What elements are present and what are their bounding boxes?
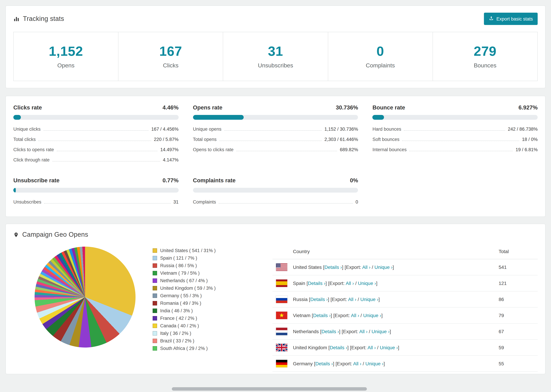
progress-bar-fill <box>13 115 21 120</box>
export-unique-link[interactable]: Unique › <box>363 313 381 318</box>
rate-title: Bounce rate <box>373 104 405 111</box>
stat-label: Opens <box>57 62 74 69</box>
legend-item-france: France ( 42 / 2% ) <box>153 316 272 321</box>
legend-label: Romania ( 49 / 3% ) <box>160 301 201 306</box>
metric-value: 242 / 86.738% <box>508 126 538 132</box>
rate-metrics: Complaints0 <box>193 197 358 207</box>
dotted-leader <box>43 130 148 131</box>
rate-block-complaints-rate: Complaints rate0%Complaints0 <box>193 177 358 207</box>
legend-label: Russia ( 86 / 5% ) <box>160 263 197 268</box>
legend-label: India ( 46 / 3% ) <box>160 308 193 313</box>
table-row-united-kingdom: United Kingdom [Details ›] [Export: All … <box>272 340 538 356</box>
country-total: 59 <box>499 345 536 350</box>
table-row-germany: Germany [Details ›] [Export: All › / Uni… <box>272 356 538 372</box>
metric-row: Unique opens1,152 / 30.736% <box>193 124 358 134</box>
details-link[interactable]: Details › <box>330 345 347 350</box>
rate-metrics: Hard bounces242 / 86.738%Soft bounces18 … <box>373 124 538 155</box>
legend-item-india: India ( 46 / 3% ) <box>153 308 272 313</box>
metric-label: Soft bounces <box>373 137 400 142</box>
rate-title: Opens rate <box>193 104 222 111</box>
metric-label: Total opens <box>193 137 216 142</box>
export-unique-link[interactable]: Unique › <box>358 280 376 286</box>
campaign-geo-opens-card: Campaign Geo Opens United States ( 541 /… <box>6 224 545 374</box>
progress-bar-fill <box>193 115 244 120</box>
country-cell: United States [Details ›] [Export: All ›… <box>293 264 499 270</box>
rate-block-clicks-rate: Clicks rate4.46%Unique clicks167 / 4.456… <box>13 104 178 165</box>
tracking-stats-page: Tracking stats Export basic stats 1,152O… <box>0 0 551 392</box>
export-unique-link[interactable]: Unique › <box>372 329 390 334</box>
export-unique-link[interactable]: Unique › <box>360 297 379 302</box>
metric-label: Total clicks <box>13 137 36 142</box>
legend-label: Vietnam ( 79 / 5% ) <box>160 271 200 276</box>
export-all-link[interactable]: All › <box>359 329 367 334</box>
export-all-link[interactable]: All › <box>346 280 354 286</box>
summary-stat-bounces: 279Bounces <box>433 32 538 81</box>
stat-value: 31 <box>268 44 283 59</box>
metric-row: Opens to clicks rate689.82% <box>193 144 358 155</box>
metric-value: 1,152 / 30.736% <box>325 126 358 132</box>
export-basic-stats-button[interactable]: Export basic stats <box>484 13 538 25</box>
metric-row: Click through rate4.147% <box>13 155 178 165</box>
rate-title: Clicks rate <box>13 104 42 111</box>
export-unique-link[interactable]: Unique › <box>380 345 398 350</box>
page-title: Tracking stats <box>23 15 64 23</box>
legend-label: Italy ( 36 / 2% ) <box>160 331 191 336</box>
export-unique-link[interactable]: Unique › <box>365 361 383 366</box>
export-icon <box>489 16 494 22</box>
country-total: 541 <box>499 264 536 270</box>
export-all-link[interactable]: All › <box>353 361 361 366</box>
country-name: United Kingdom <box>293 345 327 350</box>
metric-label: Unique clicks <box>13 126 41 132</box>
geo-table-header: Country Total <box>272 244 538 259</box>
stat-value: 0 <box>376 44 384 59</box>
legend-swatch <box>153 331 157 336</box>
details-link[interactable]: Details › <box>308 280 325 286</box>
metric-row: Unique clicks167 / 4.456% <box>13 124 178 134</box>
legend-item-spain: Spain ( 121 / 7% ) <box>153 256 272 261</box>
details-link[interactable]: Details › <box>325 264 342 270</box>
metric-row: Internal bounces19 / 6.81% <box>373 144 538 155</box>
legend-swatch <box>153 324 157 328</box>
export-all-link[interactable]: All › <box>367 345 376 350</box>
geo-opens-body: United States ( 541 / 31% )Spain ( 121 /… <box>13 243 538 372</box>
legend-item-united-kingdom: United Kingdom ( 59 / 3% ) <box>153 286 272 291</box>
details-link[interactable]: Details › <box>313 313 331 318</box>
metric-label: Internal bounces <box>373 147 407 152</box>
stat-label: Bounces <box>474 62 496 69</box>
legend-item-canada: Canada ( 40 / 2% ) <box>153 323 272 328</box>
legend-swatch <box>153 308 157 313</box>
details-link[interactable]: Details › <box>310 297 328 302</box>
progress-bar <box>13 188 178 193</box>
rate-title: Complaints rate <box>193 177 235 184</box>
export-all-link[interactable]: All › <box>362 264 370 270</box>
metric-label: Unsubscribes <box>13 199 42 204</box>
rate-block-bounce-rate: Bounce rate6.927%Hard bounces242 / 86.73… <box>373 104 538 165</box>
summary-stat-unsubscribes: 31Unsubscribes <box>223 32 328 81</box>
dotted-leader <box>219 140 322 141</box>
legend-swatch <box>153 271 157 275</box>
metric-value: 689.82% <box>340 147 358 152</box>
export-all-link[interactable]: All › <box>351 313 359 318</box>
country-name: Germany <box>293 361 313 366</box>
export-unique-link[interactable]: Unique › <box>374 264 393 270</box>
details-link[interactable]: Details › <box>315 361 333 366</box>
rate-value: 0.77% <box>162 177 179 184</box>
horizontal-scrollbar-thumb[interactable] <box>172 387 367 391</box>
metric-row: Total opens2,303 / 61.446% <box>193 134 358 144</box>
metric-label: Clicks to opens rate <box>13 147 54 152</box>
rate-metrics: Unique clicks167 / 4.456%Total clicks220… <box>13 124 178 165</box>
summary-stat-complaints: 0Complaints <box>328 32 433 81</box>
country-name: Netherlands <box>293 329 319 334</box>
geo-opens-pie-chart[interactable] <box>35 247 135 348</box>
legend-swatch <box>153 286 157 290</box>
export-all-link[interactable]: All › <box>348 297 356 302</box>
rate-value: 0% <box>350 177 358 184</box>
rate-metrics: Unsubscribes31 <box>13 197 178 207</box>
legend-swatch <box>153 339 157 343</box>
rates-card: Clicks rate4.46%Unique clicks167 / 4.456… <box>6 96 545 217</box>
details-link[interactable]: Details › <box>322 329 339 334</box>
table-row-russia: Russia [Details ›] [Export: All › / Uniq… <box>272 291 538 308</box>
metric-value: 2,303 / 61.446% <box>325 137 358 142</box>
country-total: 121 <box>499 280 536 286</box>
metric-value: 14.497% <box>160 147 179 152</box>
